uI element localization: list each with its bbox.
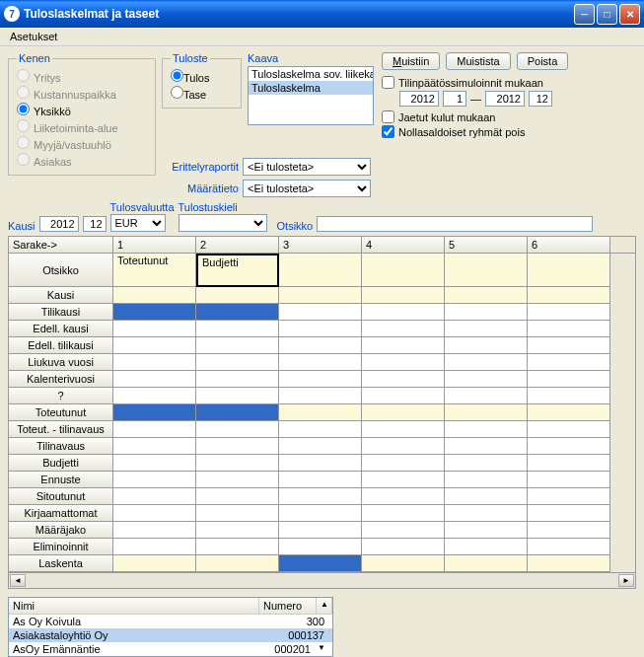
row-header[interactable]: Otsikko [9, 254, 113, 287]
colh-1[interactable]: 1 [113, 237, 196, 253]
grid-cell[interactable] [113, 522, 196, 539]
grid-cell[interactable] [196, 505, 279, 522]
grid-cell[interactable] [113, 539, 196, 555]
grid-cell[interactable] [113, 455, 196, 472]
scroll-up-icon[interactable]: ▲ [317, 598, 332, 614]
row-header[interactable]: Edell. kausi [9, 321, 113, 337]
row-header[interactable]: ? [9, 388, 113, 404]
tulosvaluutta-select[interactable]: EUR [110, 214, 166, 232]
grid-cell[interactable] [196, 539, 279, 555]
grid-cell[interactable] [445, 472, 528, 488]
grid-cell[interactable] [362, 555, 445, 572]
grid-cell[interactable] [362, 438, 445, 455]
scroll-right-icon[interactable]: ► [618, 574, 634, 587]
radio-tase[interactable] [171, 86, 183, 99]
grid-cell[interactable] [528, 555, 610, 572]
grid-cell[interactable] [196, 421, 279, 438]
grid-cell[interactable] [113, 337, 196, 354]
grid-cell[interactable] [528, 522, 610, 539]
grid-cell[interactable] [528, 421, 610, 438]
grid-cell[interactable] [196, 488, 279, 505]
grid-cell[interactable] [528, 505, 610, 522]
grid-cell[interactable] [362, 354, 445, 371]
grid-cell[interactable] [362, 337, 445, 354]
grid-cell[interactable] [279, 488, 362, 505]
bottom-list[interactable]: Nimi Numero ▲ As Oy Koivula300 Asiakasta… [8, 597, 333, 657]
muistista-button[interactable]: Muistista [446, 52, 510, 70]
grid-cell[interactable] [445, 388, 528, 404]
row-header[interactable]: Liukuva vuosi [9, 354, 113, 371]
grid-cell[interactable] [113, 354, 196, 371]
grid-cell[interactable] [528, 539, 610, 555]
row-header[interactable]: Laskenta [9, 555, 113, 572]
grid-cell[interactable] [445, 354, 528, 371]
grid-cell[interactable] [279, 505, 362, 522]
grid-cell[interactable] [445, 505, 528, 522]
btm-h-numero[interactable]: Numero [259, 598, 317, 614]
grid-cell[interactable] [196, 522, 279, 539]
grid-cell[interactable] [362, 472, 445, 488]
grid-cell[interactable] [445, 539, 528, 555]
grid-cell[interactable] [362, 254, 445, 287]
grid-cell[interactable] [362, 421, 445, 438]
grid-cell[interactable] [279, 337, 362, 354]
kausi-year[interactable] [39, 216, 79, 232]
tulostuskieli-select[interactable] [179, 214, 267, 232]
chk-tilinpaatos[interactable] [382, 76, 394, 89]
grid-cell[interactable] [196, 371, 279, 388]
grid-cell[interactable] [279, 555, 362, 572]
colh-5[interactable]: 5 [445, 237, 528, 253]
row-header[interactable]: Kirjaamattomat [9, 505, 113, 522]
btm-h-nimi[interactable]: Nimi [9, 598, 259, 614]
grid-cell[interactable] [445, 421, 528, 438]
grid-cell[interactable] [113, 371, 196, 388]
grid-cell[interactable] [445, 455, 528, 472]
grid-cell[interactable] [362, 388, 445, 404]
grid-cell[interactable] [528, 388, 610, 404]
grid-cell[interactable] [279, 472, 362, 488]
kausi-month[interactable] [83, 216, 107, 232]
grid-cell[interactable] [528, 371, 610, 388]
grid-cell[interactable] [362, 304, 445, 321]
grid-cell[interactable] [445, 555, 528, 572]
chk-jaetut[interactable] [382, 110, 394, 123]
grid-cell[interactable] [113, 321, 196, 337]
maaratieto-select[interactable]: <Ei tulosteta> [243, 180, 371, 197]
grid-cell[interactable] [279, 321, 362, 337]
listbox-kaava[interactable]: Tuloslaskelma sov. liikekaava Tuloslaske… [248, 66, 374, 125]
grid-cell[interactable] [362, 371, 445, 388]
grid-cell[interactable] [196, 455, 279, 472]
row-header[interactable]: Tilinavaus [9, 438, 113, 455]
grid-cell[interactable] [362, 522, 445, 539]
grid-cell[interactable] [196, 404, 279, 421]
grid-cell[interactable] [528, 354, 610, 371]
maximize-button[interactable]: □ [597, 4, 617, 25]
grid-cell[interactable] [279, 404, 362, 421]
grid-cell[interactable] [362, 505, 445, 522]
grid-cell[interactable] [279, 354, 362, 371]
scroll-down-icon[interactable]: ▼ [315, 643, 328, 655]
grid-cell[interactable] [196, 321, 279, 337]
h-scrollbar[interactable]: ◄ ► [8, 573, 636, 589]
grid-cell[interactable] [528, 472, 610, 488]
grid-cell[interactable] [196, 472, 279, 488]
row-header[interactable]: Budjetti [9, 455, 113, 472]
row-header[interactable]: Edell. tilikausi [9, 337, 113, 354]
grid-cell[interactable] [279, 388, 362, 404]
grid-cell[interactable] [528, 438, 610, 455]
grid-cell[interactable] [279, 304, 362, 321]
row-header[interactable]: Kalenterivuosi [9, 371, 113, 388]
grid-cell[interactable] [528, 455, 610, 472]
erittely-select[interactable]: <Ei tulosteta> [243, 158, 371, 176]
grid-cell[interactable] [445, 337, 528, 354]
radio-yksikko[interactable] [17, 103, 30, 115]
grid-cell[interactable] [362, 539, 445, 555]
kaava-item-1[interactable]: Tuloslaskelma [249, 81, 373, 95]
grid-cell[interactable] [362, 455, 445, 472]
poista-button[interactable]: Poista [517, 52, 569, 70]
grid-cell[interactable] [113, 505, 196, 522]
chk-nollasaldo[interactable] [382, 125, 394, 138]
grid-cell[interactable] [113, 388, 196, 404]
grid-cell[interactable] [445, 371, 528, 388]
close-button[interactable]: ✕ [619, 4, 640, 25]
